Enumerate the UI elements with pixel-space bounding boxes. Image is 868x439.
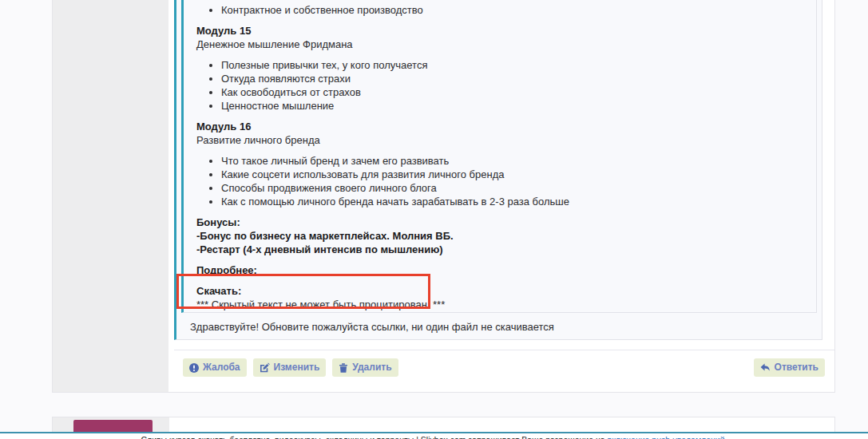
bullet-item: Как с помощью личного бренда начать зара… bbox=[221, 195, 803, 208]
download-block: Скачать: *** Скрытый текст не может быть… bbox=[196, 284, 803, 311]
quote-outer: Контрактное и собственное производство М… bbox=[174, 0, 822, 340]
course-bullet-list: Контрактное и собственное производство bbox=[196, 3, 803, 17]
reply-arrow-icon bbox=[760, 363, 771, 373]
push-permission-message: Сливы курсов скачать бесплатно, видеокур… bbox=[141, 435, 604, 439]
bullet-item: Что такое личный бренд и зачем его разви… bbox=[221, 154, 803, 168]
post-user-column bbox=[53, 0, 168, 392]
reply-button-label: Ответить bbox=[775, 362, 818, 373]
delete-button[interactable]: Удалить bbox=[332, 358, 398, 377]
bullet-item: Полезные привычки тех, у кого получается bbox=[221, 58, 803, 72]
bonus-line: -Рестарт (4-х дневный интенсив по мышлен… bbox=[196, 243, 803, 256]
push-permission-text: Сливы курсов скачать бесплатно, видеокур… bbox=[141, 436, 727, 439]
module-block: Модуль 15 Денежное мышление Фридмана bbox=[196, 24, 803, 51]
bullet-item: Способы продвижения своего личного блога bbox=[221, 181, 803, 195]
bullet-item: Откуда появляются страхи bbox=[221, 72, 803, 85]
bullet-item: Ценностное мышление bbox=[221, 99, 803, 113]
bullet-item: Контрактное и собственное производство bbox=[221, 3, 803, 17]
module-subtitle: Развитие личного бренда bbox=[196, 133, 803, 147]
push-permission-link[interactable]: включение push-уведомлений. bbox=[608, 435, 727, 439]
module-subtitle: Денежное мышление Фридмана bbox=[196, 38, 803, 51]
quoted-course-description: Контрактное и собственное производство М… bbox=[181, 0, 817, 313]
bonuses-block: Бонусы: -Бонус по бизнесу на маркетплейс… bbox=[196, 216, 803, 256]
delete-button-label: Удалить bbox=[352, 362, 391, 373]
hidden-text-notice: *** Скрытый текст не может быть процитир… bbox=[196, 298, 803, 311]
bonus-line: -Бонус по бизнесу на маркетплейсах. Молн… bbox=[196, 229, 803, 243]
reply-text: Здравствуйте! Обновите пожалуйста ссылки… bbox=[176, 313, 822, 339]
module-title: Модуль 16 bbox=[196, 120, 803, 133]
download-label: Скачать: bbox=[196, 284, 803, 298]
course-bullet-list: Что такое личный бренд и зачем его разви… bbox=[196, 154, 803, 208]
reply-button[interactable]: Ответить bbox=[754, 358, 825, 377]
bonuses-title: Бонусы: bbox=[196, 216, 803, 229]
more-label: Подробнее: bbox=[196, 263, 803, 277]
course-bullet-list: Полезные привычки тех, у кого получается… bbox=[196, 58, 803, 113]
bullet-item: Какие соцсети использовать для развития … bbox=[221, 168, 803, 181]
edit-button[interactable]: Изменить bbox=[253, 358, 327, 377]
bullet-item: Как освободиться от страхов bbox=[221, 85, 803, 99]
report-button[interactable]: Жалоба bbox=[183, 358, 247, 377]
post-message-cell: Контрактное и собственное производство М… bbox=[168, 0, 834, 392]
edit-button-label: Изменить bbox=[274, 362, 320, 373]
module-block: Модуль 16 Развитие личного бренда bbox=[196, 120, 803, 147]
message-footer: Жалоба Изменить Удалить Ответить bbox=[174, 350, 834, 377]
trash-icon bbox=[339, 363, 348, 373]
report-button-label: Жалоба bbox=[203, 362, 240, 373]
module-title: Модуль 15 bbox=[196, 24, 803, 38]
push-permission-bar: Сливы курсов скачать бесплатно, видеокур… bbox=[0, 432, 868, 439]
post-card: Контрактное и собственное производство М… bbox=[52, 0, 835, 393]
edit-icon bbox=[260, 362, 270, 373]
report-icon bbox=[189, 363, 199, 373]
